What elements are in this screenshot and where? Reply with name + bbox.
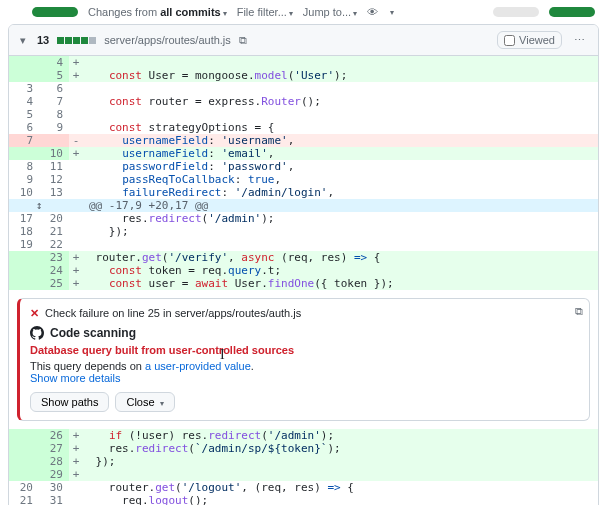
code-line: router.get('/logout', (req, res) => { bbox=[83, 481, 598, 494]
code-line: failureRedirect: '/admin/login', bbox=[83, 186, 598, 199]
show-more-details-link[interactable]: Show more details bbox=[30, 372, 121, 384]
code-line: res.redirect('/admin'); bbox=[83, 212, 598, 225]
eye-slash-icon[interactable]: 👁 bbox=[367, 6, 378, 18]
file-header: ▾ 13 server/apps/routes/auth.js ⧉ Viewed… bbox=[9, 25, 598, 56]
close-alert-button[interactable]: Close ▾ bbox=[115, 392, 174, 412]
diff-file-1: ▾ 13 server/apps/routes/auth.js ⧉ Viewed… bbox=[8, 24, 599, 505]
hunk-header[interactable]: ↕@@ -17,9 +20,17 @@ bbox=[9, 199, 598, 212]
code-line: req.logout(); bbox=[83, 494, 598, 505]
code-line: }); bbox=[83, 225, 598, 238]
code-line bbox=[83, 82, 598, 95]
code-line: passwordField: 'password', bbox=[83, 160, 598, 173]
code-line: usernameField: 'email', bbox=[83, 147, 598, 160]
caret-icon[interactable]: ▾ bbox=[223, 9, 227, 18]
copy-path-icon[interactable]: ⧉ bbox=[239, 34, 247, 47]
code-line: passReqToCallback: true, bbox=[83, 173, 598, 186]
code-line: usernameField: 'username', bbox=[83, 134, 598, 147]
code-line: const router = express.Router(); bbox=[83, 95, 598, 108]
code-line bbox=[83, 238, 598, 251]
diff-toolbar: Changes from all commits▾ File filter...… bbox=[8, 4, 599, 24]
copy-alert-icon[interactable]: ⧉ bbox=[575, 305, 583, 318]
alert-source: Code scanning bbox=[50, 326, 136, 340]
github-icon bbox=[30, 326, 44, 340]
text-cursor-icon: I bbox=[220, 347, 225, 363]
user-provided-value-link[interactable]: a user-provided value bbox=[145, 360, 251, 372]
code-line bbox=[83, 108, 598, 121]
diffstat-blocks bbox=[57, 37, 96, 44]
code-line: const strategyOptions = { bbox=[83, 121, 598, 134]
chevron-down-icon[interactable]: ▾ bbox=[17, 34, 29, 46]
code-line: res.redirect(`/admin/sp/${token}`); bbox=[83, 442, 598, 455]
changes-from-label: Changes from all commits▾ bbox=[88, 6, 227, 18]
diff-count: 13 bbox=[37, 34, 49, 46]
code-line: if (!user) res.redirect('/admin'); bbox=[83, 429, 598, 442]
alert-message: Database query built from user-controlle… bbox=[30, 344, 579, 356]
file-menu-icon[interactable]: ⋯ bbox=[570, 34, 590, 47]
code-line: }); bbox=[83, 455, 598, 468]
code-line: const token = req.query.t; bbox=[83, 264, 598, 277]
code-line bbox=[83, 56, 598, 69]
alert-body: This query depends on a user-provided va… bbox=[30, 360, 579, 372]
show-paths-button[interactable]: Show paths bbox=[30, 392, 109, 412]
jump-to-dropdown[interactable]: Jump to...▾ bbox=[303, 6, 357, 18]
code-scanning-alert: ⧉ ✕Check failure on line 25 in server/ap… bbox=[17, 298, 590, 421]
status-pill-green bbox=[32, 7, 78, 17]
alert-location: Check failure on line 25 in server/apps/… bbox=[45, 307, 301, 319]
status-pill-green-2 bbox=[549, 7, 595, 17]
diff-table: 4+ 5+ const User = mongoose.model('User'… bbox=[9, 56, 598, 290]
code-line: const user = await User.findOne({ token … bbox=[83, 277, 598, 290]
diff-table-cont: 26+ if (!user) res.redirect('/admin'); 2… bbox=[9, 429, 598, 505]
code-line: router.get('/verify', async (req, res) =… bbox=[83, 251, 598, 264]
code-line: const User = mongoose.model('User'); bbox=[83, 69, 598, 82]
viewed-checkbox[interactable] bbox=[504, 35, 515, 46]
file-filter-dropdown[interactable]: File filter...▾ bbox=[237, 6, 293, 18]
file-path: server/apps/routes/auth.js bbox=[104, 34, 231, 46]
status-pill-gray bbox=[493, 7, 539, 17]
viewed-toggle[interactable]: Viewed bbox=[497, 31, 562, 49]
code-line bbox=[83, 468, 598, 481]
x-fail-icon: ✕ bbox=[30, 307, 39, 319]
